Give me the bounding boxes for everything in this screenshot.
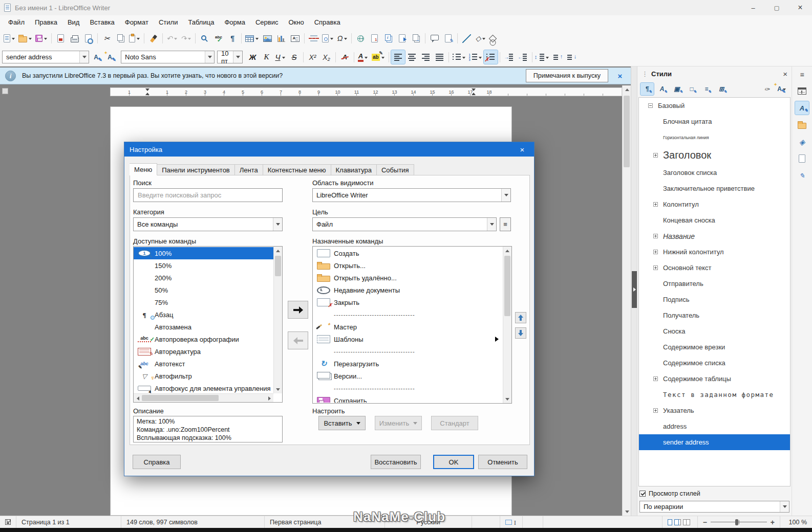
formatting-marks-button[interactable]: ¶: [225, 32, 239, 46]
dropdown-arrow-icon[interactable]: [545, 55, 549, 59]
combo-arrow-icon[interactable]: [273, 218, 282, 231]
insert-footnote-button[interactable]: [368, 32, 381, 46]
insert-line-button[interactable]: [460, 32, 474, 46]
command-item[interactable]: abc Автопроверка орфографии: [134, 333, 273, 345]
page-style[interactable]: Первая страница: [265, 516, 385, 528]
style-item[interactable]: Текст в заданном формате: [639, 387, 790, 403]
drag-grip-icon[interactable]: [642, 70, 648, 78]
combo-arrow-icon[interactable]: [79, 51, 89, 63]
horizontal-scrollbar[interactable]: [134, 393, 273, 402]
style-item[interactable]: Базовый: [639, 98, 790, 114]
tab-page[interactable]: [795, 152, 809, 165]
reset-button[interactable]: Восстановить: [371, 455, 421, 469]
dialog-titlebar[interactable]: Настройка: [124, 142, 534, 157]
italic-button[interactable]: K: [260, 50, 273, 64]
save-button[interactable]: [34, 32, 49, 46]
bullet-list-button[interactable]: [451, 50, 467, 64]
tab-context-menus[interactable]: Контекстные меню: [263, 164, 331, 175]
find-replace-button[interactable]: [198, 32, 211, 46]
insert-crossref-button[interactable]: [409, 32, 423, 46]
bold-button[interactable]: Ж: [246, 50, 260, 64]
modify-button[interactable]: Изменить: [375, 416, 422, 430]
special-character-button[interactable]: Ω: [335, 32, 349, 46]
style-item[interactable]: Горизонтальная линия: [639, 129, 790, 145]
tab-style-inspector[interactable]: ✎: [795, 169, 809, 182]
command-item[interactable]: 50%: [134, 284, 273, 296]
selection-mode[interactable]: [500, 516, 523, 528]
command-item[interactable]: Создать: [313, 247, 503, 259]
style-item[interactable]: Концевая сноска: [639, 212, 790, 228]
menu-file[interactable]: Файл: [3, 17, 30, 28]
menu-view[interactable]: Вид: [62, 17, 85, 28]
fill-format-mode-button[interactable]: ✑: [760, 83, 774, 95]
style-item[interactable]: Заголовок списка: [639, 165, 790, 181]
open-file-button[interactable]: [17, 32, 34, 46]
book-view-icon[interactable]: [683, 519, 690, 525]
style-item[interactable]: Получатель: [639, 307, 790, 323]
command-item[interactable]: Сохранить: [313, 394, 503, 403]
frame-styles-button[interactable]: ▣: [670, 83, 683, 95]
combo-arrow-icon[interactable]: [487, 218, 496, 231]
paragraph-style-combobox[interactable]: sender address: [2, 51, 89, 63]
style-item[interactable]: Название: [639, 228, 790, 244]
command-item[interactable]: ↻ Перезагрузить: [313, 358, 503, 370]
command-item[interactable]: ----------------------------------: [313, 345, 503, 358]
style-filter-combobox[interactable]: По иерархии: [639, 501, 789, 513]
scrollbar-thumb[interactable]: [624, 96, 630, 167]
insert-textbox-button[interactable]: [288, 32, 302, 46]
text-language[interactable]: Русский: [385, 516, 472, 528]
vertical-scrollbar[interactable]: [273, 247, 282, 393]
basic-shapes-button[interactable]: ◇: [474, 32, 487, 46]
paste-button[interactable]: [127, 32, 142, 46]
style-item[interactable]: Нижний колонтитул: [639, 244, 790, 260]
dropdown-arrow-icon[interactable]: [462, 55, 466, 59]
sidebar-close-icon[interactable]: [783, 70, 787, 78]
close-button[interactable]: [788, 0, 812, 15]
menu-insert[interactable]: Вставка: [84, 17, 119, 28]
command-item[interactable]: Авторедактура: [134, 345, 273, 358]
style-item[interactable]: Указатель: [639, 403, 790, 418]
insert-image-button[interactable]: [261, 32, 274, 46]
superscript-button[interactable]: X²: [306, 50, 319, 64]
dropdown-arrow-icon[interactable]: [136, 36, 140, 40]
insert-hyperlink-button[interactable]: [354, 32, 368, 46]
cut-button[interactable]: ✂: [100, 32, 114, 46]
sidebar-splitter[interactable]: [631, 66, 637, 516]
dropdown-arrow-icon[interactable]: [482, 36, 486, 40]
command-item[interactable]: Шаблоны: [313, 333, 503, 345]
insert-field-button[interactable]: [320, 32, 335, 46]
dropdown-arrow-icon[interactable]: [330, 36, 334, 40]
combo-arrow-icon[interactable]: [233, 51, 242, 63]
expander-icon[interactable]: [653, 408, 658, 413]
scrollbar-thumb[interactable]: [275, 256, 281, 276]
command-item[interactable]: ¶ Абзац: [134, 308, 273, 321]
redo-button[interactable]: ↷: [179, 32, 194, 46]
list-styles-button[interactable]: ≡: [700, 83, 713, 95]
menu-format[interactable]: Формат: [120, 17, 154, 28]
combo-arrow-icon[interactable]: [501, 189, 510, 202]
print-preview-button[interactable]: [81, 32, 95, 46]
menu-help[interactable]: Справка: [309, 17, 346, 28]
dropdown-arrow-icon[interactable]: [381, 55, 385, 59]
style-item[interactable]: Содержимое списка: [639, 355, 790, 371]
command-item[interactable]: Закрыть: [313, 296, 503, 308]
font-size-combobox[interactable]: 10 пт: [217, 51, 243, 63]
style-item[interactable]: Основной текст: [639, 260, 790, 276]
style-item[interactable]: Содержимое таблицы: [639, 371, 790, 387]
zoom-slider-handle[interactable]: [735, 519, 738, 525]
page-styles-button[interactable]: □: [685, 83, 698, 95]
tab-notebookbar[interactable]: Лента: [235, 164, 263, 175]
expander-icon[interactable]: [653, 265, 658, 270]
dropdown-arrow-icon[interactable]: [28, 36, 32, 40]
zoom-out-icon[interactable]: −: [703, 518, 707, 526]
scroll-left-icon[interactable]: [134, 394, 142, 403]
command-item[interactable]: Открыть удалённо...: [313, 272, 503, 284]
command-item[interactable]: ----------------------------------: [313, 308, 503, 321]
scroll-up-icon[interactable]: [623, 85, 631, 94]
align-right-button[interactable]: [419, 50, 433, 64]
help-button[interactable]: Справка: [133, 455, 181, 469]
dropdown-arrow-icon[interactable]: [44, 36, 48, 40]
space-above-button[interactable]: [551, 50, 565, 64]
style-item[interactable]: Сноска: [639, 323, 790, 339]
clone-formatting-button[interactable]: [146, 32, 160, 46]
